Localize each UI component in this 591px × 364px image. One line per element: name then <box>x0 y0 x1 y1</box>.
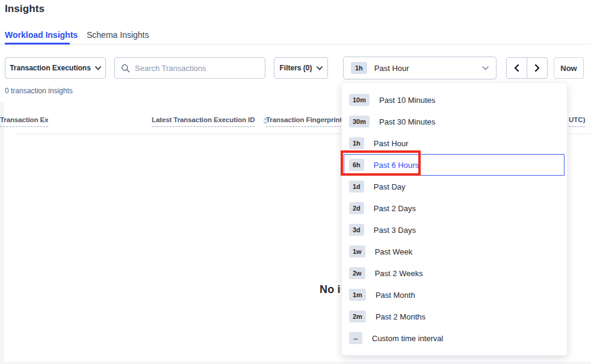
time-option-label: Past 30 Minutes <box>379 117 435 126</box>
time-interval-option[interactable]: 2m Past 2 Months <box>342 306 567 327</box>
previous-interval-button[interactable] <box>506 57 527 79</box>
time-option-label: Past Day <box>374 182 406 191</box>
insights-page: Insights Workload Insights Schema Insigh… <box>0 0 591 364</box>
chevron-left-icon <box>513 64 520 72</box>
time-option-badge: 2w <box>349 267 365 279</box>
filters-label: Filters (0) <box>279 64 312 72</box>
column-header-utc-fragment: UTC) <box>569 116 585 127</box>
column-header-label: Transaction Fingerprint ID <box>266 116 351 127</box>
tab-schema-insights[interactable]: Schema Insights <box>87 30 149 40</box>
time-interval-option[interactable]: 1m Past Month <box>342 284 567 306</box>
time-option-label: Past 6 Hours <box>374 161 419 170</box>
time-interval-option[interactable]: 3d Past 3 Days <box>342 219 567 241</box>
time-interval-option[interactable]: 6h Past 6 Hours <box>344 154 565 176</box>
now-button[interactable]: Now <box>554 57 584 79</box>
execution-type-label: Transaction Executions <box>10 64 91 72</box>
time-option-badge: 30m <box>349 116 370 128</box>
time-interval-badge: 1h <box>351 62 367 74</box>
time-interval-option[interactable]: 2d Past 2 Days <box>342 197 567 219</box>
time-interval-selector[interactable]: 1h Past Hour <box>343 57 497 79</box>
chevron-down-icon <box>317 66 323 70</box>
time-option-label: Custom time interval <box>372 334 443 343</box>
time-option-label: Past 3 Days <box>374 226 416 235</box>
time-option-label: Past 2 Months <box>376 312 425 321</box>
time-option-badge: 3d <box>349 224 364 236</box>
time-option-label: Past 2 Days <box>374 204 416 213</box>
time-option-badge: 6h <box>349 159 364 171</box>
time-option-badge: 1m <box>349 289 366 301</box>
time-option-label: Past Week <box>375 247 413 256</box>
chevron-right-icon <box>534 64 540 72</box>
time-option-badge: 1d <box>349 180 364 193</box>
time-interval-option[interactable]: 1h Past Hour <box>342 132 567 154</box>
time-interval-label: Past Hour <box>374 64 409 73</box>
column-header-label: Latest Transaction Execution ID <box>152 116 255 127</box>
time-option-badge: 2d <box>349 202 364 214</box>
time-option-label: Past Month <box>376 291 415 300</box>
search-icon <box>121 64 130 73</box>
active-tab-underline <box>5 43 70 45</box>
time-option-badge: 2m <box>349 310 366 322</box>
time-option-label: Past Hour <box>374 139 409 148</box>
column-header[interactable]: Latest Transaction Execution ID <box>152 116 268 127</box>
time-interval-option[interactable]: 10m Past 10 Minutes <box>342 89 567 111</box>
search-box[interactable] <box>114 57 265 79</box>
time-option-label: Past 10 Minutes <box>379 96 435 105</box>
time-interval-option[interactable]: 1d Past Day <box>342 176 567 197</box>
chevron-down-icon <box>482 66 489 70</box>
time-interval-option[interactable]: 30m Past 30 Minutes <box>342 111 567 132</box>
column-header[interactable]: Transaction Ex <box>0 116 48 127</box>
time-range-pager <box>506 57 548 79</box>
time-interval-option[interactable]: -- Custom time interval <box>342 327 567 349</box>
search-input[interactable] <box>135 64 259 73</box>
time-option-badge: -- <box>349 332 362 344</box>
time-option-badge: 1w <box>349 245 365 258</box>
tabs-divider <box>0 44 591 45</box>
next-interval-button[interactable] <box>527 57 548 79</box>
time-option-badge: 1h <box>349 137 364 149</box>
time-interval-option[interactable]: 1w Past Week <box>342 241 567 262</box>
time-interval-option[interactable]: 2w Past 2 Weeks <box>342 262 567 284</box>
chevron-down-icon <box>95 66 101 70</box>
column-header-label: Transaction Ex <box>0 116 48 127</box>
time-option-badge: 10m <box>349 94 370 106</box>
page-title: Insights <box>5 3 45 15</box>
tab-workload-insights[interactable]: Workload Insights <box>5 30 78 40</box>
execution-type-dropdown-button[interactable]: Transaction Executions <box>5 57 106 79</box>
time-option-label: Past 2 Weeks <box>375 269 423 278</box>
filters-button[interactable]: Filters (0) <box>274 57 328 79</box>
insights-count: 0 transaction insights <box>5 87 73 95</box>
time-interval-dropdown-menu: 10m Past 10 Minutes 30m Past 30 Minutes … <box>342 83 567 355</box>
